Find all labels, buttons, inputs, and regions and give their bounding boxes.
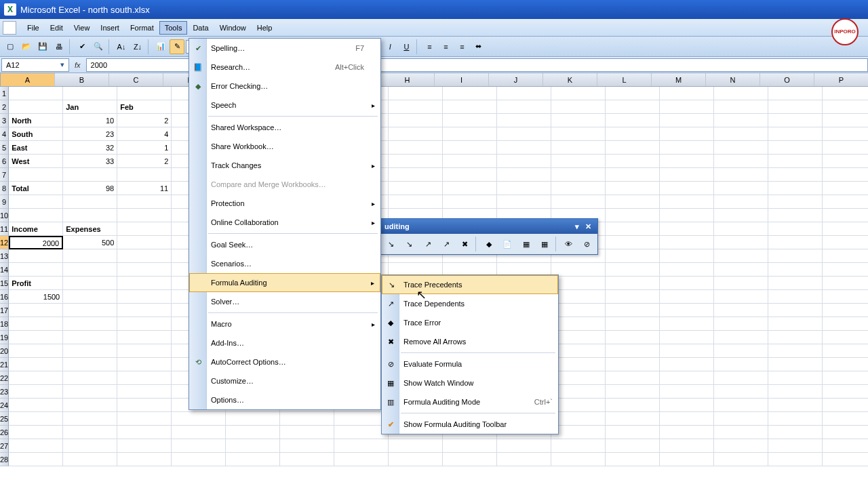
- row-header-17[interactable]: 17: [0, 304, 9, 317]
- menu-autocorrect[interactable]: ⟲AutoCorrect Options…: [189, 352, 380, 371]
- cell-C13[interactable]: [117, 249, 172, 263]
- cell-N22[interactable]: [714, 371, 768, 385]
- cell-B3[interactable]: 10: [63, 114, 117, 127]
- cell-H5[interactable]: [389, 141, 443, 155]
- cell-F28[interactable]: [280, 453, 334, 466]
- row-header-19[interactable]: 19: [0, 331, 9, 344]
- menu-help[interactable]: Help: [252, 21, 278, 35]
- cell-L21[interactable]: [606, 358, 660, 371]
- cell-I4[interactable]: [443, 127, 497, 141]
- cell-K25[interactable]: [551, 412, 606, 426]
- cell-K27[interactable]: [551, 439, 606, 453]
- underline-icon[interactable]: U: [399, 39, 414, 54]
- submenu-remove-arrows[interactable]: ✖Remove All Arrows: [382, 332, 558, 351]
- cell-L20[interactable]: [606, 344, 660, 358]
- cell-C19[interactable]: [117, 331, 172, 344]
- cell-N23[interactable]: [714, 385, 768, 399]
- row-header-27[interactable]: 27: [0, 439, 9, 453]
- cell-A9[interactable]: [9, 195, 63, 209]
- cell-I1[interactable]: [443, 87, 497, 100]
- cell-L22[interactable]: [606, 371, 660, 385]
- menu-protection[interactable]: Protection▸: [189, 194, 380, 213]
- row-header-6[interactable]: 6: [0, 155, 9, 168]
- col-header-A[interactable]: A: [1, 73, 55, 86]
- cell-O19[interactable]: [768, 331, 823, 344]
- cell-A2[interactable]: [9, 100, 63, 114]
- cell-H8[interactable]: [389, 182, 443, 195]
- cell-N26[interactable]: [714, 426, 768, 439]
- cell-H9[interactable]: [389, 195, 443, 209]
- cell-C11[interactable]: [117, 222, 172, 236]
- row-header-13[interactable]: 13: [0, 249, 9, 263]
- cell-O17[interactable]: [768, 304, 823, 317]
- row-header-22[interactable]: 22: [0, 371, 9, 385]
- menu-formula-auditing[interactable]: Formula Auditing▸: [189, 273, 380, 292]
- cell-A12[interactable]: 2000: [9, 236, 63, 249]
- cell-O21[interactable]: [768, 358, 823, 371]
- cell-C1[interactable]: [117, 87, 172, 100]
- cell-N6[interactable]: [714, 155, 768, 168]
- cell-N21[interactable]: [714, 358, 768, 371]
- cell-A16[interactable]: 1500: [9, 290, 63, 304]
- cell-O28[interactable]: [768, 453, 823, 466]
- cell-M13[interactable]: [660, 249, 714, 263]
- menu-view[interactable]: View: [68, 21, 96, 35]
- cell-O5[interactable]: [768, 141, 823, 155]
- menu-macro[interactable]: Macro▸: [189, 314, 380, 333]
- cell-C9[interactable]: [117, 195, 172, 209]
- cell-M23[interactable]: [660, 385, 714, 399]
- cell-M26[interactable]: [660, 426, 714, 439]
- cell-C16[interactable]: [117, 290, 172, 304]
- cell-P26[interactable]: [823, 426, 868, 439]
- cell-A26[interactable]: [9, 426, 63, 439]
- cell-K2[interactable]: [551, 100, 606, 114]
- sort-asc-icon[interactable]: A↓: [114, 39, 129, 54]
- cell-P8[interactable]: [823, 182, 868, 195]
- new-icon[interactable]: ▢: [3, 39, 18, 54]
- cell-O27[interactable]: [768, 439, 823, 453]
- cell-C6[interactable]: 2: [117, 155, 172, 168]
- cell-B1[interactable]: [63, 87, 117, 100]
- row-header-14[interactable]: 14: [0, 263, 9, 277]
- cell-A5[interactable]: East: [9, 141, 63, 155]
- cell-A23[interactable]: [9, 385, 63, 399]
- cell-B21[interactable]: [63, 358, 117, 371]
- cell-C14[interactable]: [117, 263, 172, 277]
- cell-L25[interactable]: [606, 412, 660, 426]
- cell-A25[interactable]: [9, 412, 63, 426]
- cell-O20[interactable]: [768, 344, 823, 358]
- cell-B15[interactable]: [63, 277, 117, 290]
- cell-B12[interactable]: 500: [63, 236, 117, 249]
- cell-M17[interactable]: [660, 304, 714, 317]
- evaluate-formula-icon[interactable]: ⊘: [579, 236, 595, 252]
- row-header-9[interactable]: 9: [0, 195, 9, 209]
- cell-K20[interactable]: [551, 344, 606, 358]
- chart-icon[interactable]: 📊: [153, 39, 168, 54]
- cell-P10[interactable]: [823, 209, 868, 222]
- cell-C25[interactable]: [117, 412, 172, 426]
- cell-H2[interactable]: [389, 100, 443, 114]
- cell-K16[interactable]: [551, 290, 606, 304]
- menu-edit[interactable]: Edit: [45, 21, 68, 35]
- cell-L13[interactable]: [606, 249, 660, 263]
- menu-window[interactable]: Window: [214, 21, 252, 35]
- cell-B27[interactable]: [63, 439, 117, 453]
- cell-N15[interactable]: [714, 277, 768, 290]
- cell-P9[interactable]: [823, 195, 868, 209]
- cell-A11[interactable]: Income: [9, 222, 63, 236]
- menu-customize[interactable]: Customize…: [189, 371, 380, 390]
- cell-L24[interactable]: [606, 399, 660, 412]
- cell-E26[interactable]: [226, 426, 280, 439]
- cell-F25[interactable]: [280, 412, 334, 426]
- cell-O26[interactable]: [768, 426, 823, 439]
- cell-J1[interactable]: [497, 87, 551, 100]
- cell-C21[interactable]: [117, 358, 172, 371]
- cell-L2[interactable]: [606, 100, 660, 114]
- cell-O18[interactable]: [768, 317, 823, 331]
- cell-L19[interactable]: [606, 331, 660, 344]
- cell-K9[interactable]: [551, 195, 606, 209]
- cell-L9[interactable]: [606, 195, 660, 209]
- cell-B14[interactable]: [63, 263, 117, 277]
- cell-L6[interactable]: [606, 155, 660, 168]
- cell-N25[interactable]: [714, 412, 768, 426]
